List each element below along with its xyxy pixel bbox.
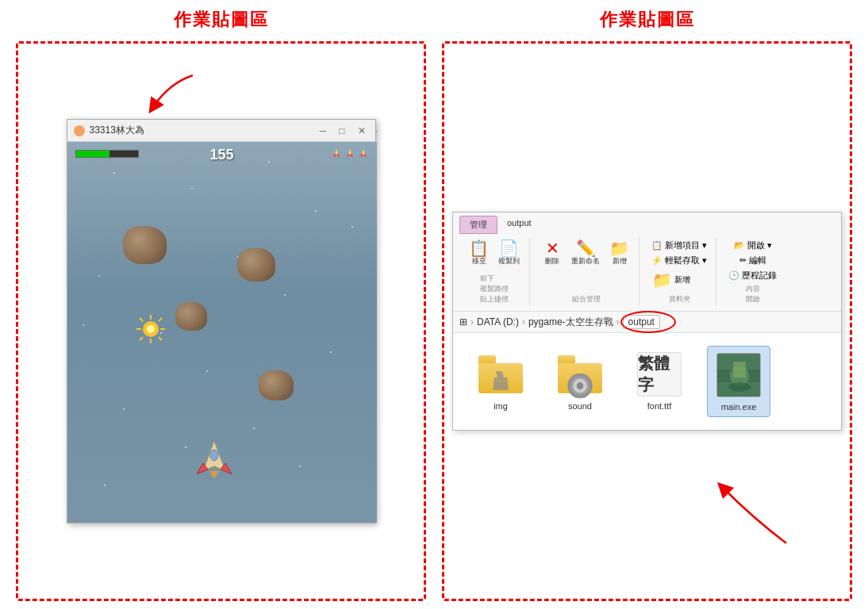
edit-button[interactable]: ✏ 編輯 [726, 254, 779, 267]
file-item-main-exe[interactable]: main.exe [707, 346, 770, 417]
window-app-icon [74, 125, 85, 136]
open-button[interactable]: 📂 開啟 ▾ [726, 239, 779, 252]
file-item-sound[interactable]: sound [548, 346, 612, 417]
asteroid-3 [175, 302, 207, 331]
svg-marker-24 [493, 365, 509, 390]
file-area: img sound [453, 333, 841, 430]
svg-point-18 [147, 325, 155, 333]
star [185, 446, 186, 448]
star [284, 294, 286, 296]
asteroid-1 [123, 226, 167, 264]
organize-buttons: ✕ 刪除 ✏️ 重新命名 📁 新增 [540, 239, 632, 268]
file-item-img[interactable]: img [469, 346, 532, 417]
star [268, 161, 270, 163]
star [315, 210, 317, 212]
ribbon-group-clipboard: 📋 移至 📄 複製到 前下複製路徑貼上捷徑 [459, 237, 530, 306]
svg-line-16 [159, 318, 162, 321]
ship-icon-3 [358, 147, 369, 159]
maximize-button[interactable]: □ [336, 125, 348, 136]
new-item-button[interactable]: 📋 新增項目 ▾ [649, 239, 709, 252]
rename-button[interactable]: ✏️ 重新命名 [568, 239, 603, 268]
sound-folder-icon [556, 350, 604, 398]
window-titlebar: 33313林大為 ─ □ ✕ [67, 120, 375, 142]
arrow-to-main-exe [707, 472, 802, 551]
asteroid-4 [259, 370, 294, 400]
minimize-button[interactable]: ─ [317, 125, 330, 136]
delete-button[interactable]: ✕ 刪除 [540, 239, 565, 268]
health-bar [76, 151, 110, 157]
copy-to-button[interactable]: 📄 複製到 [495, 239, 523, 268]
page-container: 作業貼圖區 [0, 0, 868, 609]
svg-line-17 [140, 337, 143, 340]
img-folder-icon [477, 350, 524, 398]
svg-line-15 [159, 337, 162, 340]
img-folder-label: img [494, 401, 508, 411]
star [83, 324, 84, 326]
clipboard-group-label: 前下複製路徑貼上捷徑 [480, 274, 509, 304]
breadcrumb-circle-annotation [620, 311, 676, 333]
open-group-label: 內容開啟 [746, 284, 760, 304]
ship-icons [331, 147, 369, 159]
star [123, 408, 125, 410]
ribbon-group-open: 📂 開啟 ▾ ✏ 編輯 🕒 歷程記錄 內容開啟 [720, 237, 785, 306]
ship-icon-1 [331, 147, 342, 159]
ribbon-group-organize: ✕ 刪除 ✏️ 重新命名 📁 新增 [533, 237, 639, 306]
new-group-label: 資料夾 [669, 294, 690, 304]
font-file-label: font.ttf [647, 401, 672, 411]
score-display: 155 [209, 147, 233, 163]
sun-explosion [135, 313, 167, 345]
exe-file-label: main.exe [721, 402, 757, 412]
star [351, 226, 353, 228]
window-title-left: 33313林大為 [74, 124, 144, 137]
game-window: 33313林大為 ─ □ ✕ [67, 119, 376, 523]
easy-access-button[interactable]: ⚡ 輕鬆存取 ▾ [649, 254, 709, 267]
svg-point-22 [210, 450, 218, 461]
left-panel-title: 作業貼圖區 [174, 8, 269, 32]
asteroid-2 [237, 248, 275, 282]
exe-thumbnail-svg [717, 354, 761, 397]
disc-icon [567, 373, 593, 399]
font-file-icon: 繁體字 [636, 350, 683, 398]
history-button[interactable]: 🕒 歷程記錄 [726, 269, 779, 282]
sound-folder-label: sound [568, 401, 592, 411]
window-controls: ─ □ ✕ [317, 125, 369, 136]
breadcrumb-current[interactable]: output [623, 315, 660, 329]
star [206, 370, 208, 372]
svg-rect-29 [733, 362, 746, 377]
star [104, 485, 106, 486]
left-panel: 作業貼圖區 [16, 8, 426, 601]
game-area: 155 [67, 142, 377, 523]
move-button[interactable]: 📋 移至 [466, 239, 492, 268]
svg-line-14 [140, 318, 143, 321]
ribbon-group-new: 📋 新增項目 ▾ ⚡ 輕鬆存取 ▾ 📁 新增 資料夾 [643, 237, 716, 306]
star [113, 172, 115, 174]
ribbon-tab-manage[interactable]: 管理 [459, 216, 497, 234]
player-ship [197, 439, 232, 479]
health-bar-container [75, 150, 139, 158]
arrow-to-titlebar [145, 67, 209, 115]
new-folder-button[interactable]: 📁 新增 [649, 269, 709, 291]
clipboard-buttons: 📋 移至 📄 複製到 [466, 239, 523, 268]
star [98, 275, 100, 277]
ribbon-tab-output[interactable]: output [497, 216, 541, 234]
svg-point-30 [728, 382, 751, 392]
right-panel: 作業貼圖區 管理 output [442, 8, 852, 601]
breadcrumb-folder[interactable]: pygame-太空生存戰 [528, 316, 613, 329]
breadcrumb-drive[interactable]: DATA (D:) [477, 316, 519, 327]
breadcrumb-bar: ⊞ › DATA (D:) › pygame-太空生存戰 › output [453, 312, 841, 333]
new-button[interactable]: 📁 新增 [606, 239, 632, 268]
star [253, 427, 255, 429]
ribbon-tabs: 管理 output [459, 216, 835, 234]
right-dashed-box: 管理 output 📋 移至 [442, 41, 852, 601]
file-item-font[interactable]: 繁體字 font.ttf [628, 346, 691, 417]
organize-group-label: 組合管理 [572, 294, 601, 304]
close-button[interactable]: ✕ [355, 125, 369, 136]
exe-file-icon [715, 351, 762, 399]
right-panel-title: 作業貼圖區 [600, 8, 695, 32]
breadcrumb-home[interactable]: ⊞ [459, 316, 467, 327]
svg-marker-23 [209, 471, 219, 479]
ribbon-content: 📋 移至 📄 複製到 前下複製路徑貼上捷徑 [459, 237, 835, 306]
eiffel-icon [491, 365, 510, 390]
explorer-window: 管理 output 📋 移至 [452, 212, 842, 431]
ribbon: 管理 output 📋 移至 [453, 213, 841, 312]
